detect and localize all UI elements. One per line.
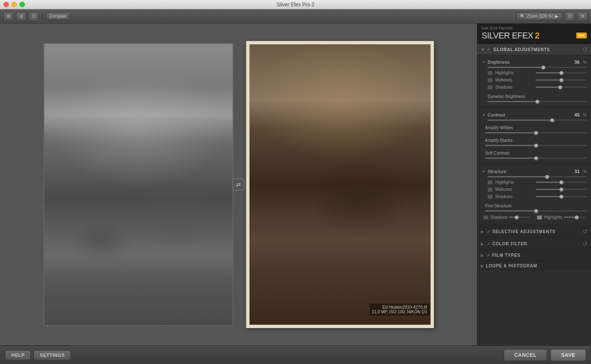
view-dual-btn[interactable]: ⊡ [29, 12, 39, 21]
toolbar: ⊞ ⊟ ⊡ Compare 🔍 Zoom (100 %) ▶ ⊡ ⚙ [0, 9, 591, 24]
contrast-header[interactable]: ▼ Contrast 45 % [482, 111, 587, 118]
soft-contrast-row: Soft Contrast [482, 147, 587, 160]
zoom-control[interactable]: 🔍 Zoom (100 %) ▶ [516, 12, 562, 20]
selective-adjustments-section[interactable]: ▶ ✓ SELECTIVE ADJUSTMENTS ↺ [477, 225, 591, 237]
soft-contrast-slider[interactable] [485, 158, 587, 159]
structure-main-slider-row [482, 175, 587, 179]
film-types-section[interactable]: ▶ ✓ FILM TYPES [477, 250, 591, 261]
product-version: 2 [535, 31, 539, 40]
brightness-header[interactable]: ▼ Brightness 36 % [482, 58, 587, 65]
highlights-slider[interactable] [536, 72, 587, 73]
highlights-slider-row: Highlights [482, 69, 587, 76]
bw-image [43, 43, 233, 326]
title-bar: Silver Efex Pro 2 [0, 0, 591, 9]
save-button[interactable]: SAVE [550, 349, 586, 361]
view-split-btn[interactable]: ⊟ [16, 12, 26, 21]
structure-unit: % [583, 169, 587, 174]
amplify-blacks-row: Amplify Blacks [482, 135, 587, 147]
sh-labels-row: Shadows Highlights [482, 213, 587, 220]
structure-shadows-label: Shadows [495, 194, 533, 199]
bw-image-panel [43, 43, 233, 326]
selective-reset-icon[interactable]: ↺ [583, 228, 588, 235]
brightness-main-slider-row [482, 65, 587, 69]
shadows-slider[interactable] [536, 87, 587, 88]
color-filter-reset-icon[interactable]: ↺ [583, 240, 588, 247]
contrast-main-slider-row [482, 118, 587, 122]
structure-slider-track[interactable] [488, 176, 587, 177]
film-types-title: FILM TYPES [492, 253, 588, 258]
structure-midtones-slider[interactable] [536, 189, 587, 190]
structure-chevron: ▼ [482, 169, 486, 174]
structure-highlights-label: Highlights [495, 180, 533, 185]
window-controls [3, 2, 25, 7]
shadows-dual-label: Shadows [490, 215, 507, 220]
settings-button[interactable]: SETTINGS [33, 350, 71, 360]
amplify-blacks-label: Amplify Blacks [482, 138, 512, 143]
zoom-arrow: ▶ [555, 14, 558, 19]
loupe-arrow: ▶ [481, 263, 484, 268]
structure-highlights-slider[interactable] [536, 182, 587, 183]
global-adjustments-header[interactable]: ▼ ✓ GLOBAL ADJUSTMENTS ↺ [477, 43, 591, 55]
contrast-title: Contrast [488, 112, 573, 117]
soft-contrast-label: Soft Contrast [482, 151, 510, 155]
loupe-histogram-section[interactable]: ▶ LOUPE & HISTOGRAM [477, 261, 591, 271]
amplify-whites-label: Amplify Whites [482, 125, 513, 130]
sepia-landscape-visual [249, 44, 431, 325]
brightness-unit: % [583, 60, 587, 65]
amplify-whites-slider[interactable] [485, 132, 587, 133]
zoom-icon: 🔍 [520, 14, 525, 19]
structure-midtones-icon [488, 187, 493, 192]
fine-structure-slider[interactable] [485, 210, 587, 212]
shadows-icon [488, 85, 493, 90]
close-button[interactable] [3, 2, 9, 7]
amplify-blacks-slider[interactable] [485, 145, 587, 146]
shadows-color-box [483, 215, 488, 220]
color-filter-title: COLOR FILTER [492, 242, 581, 246]
dynamic-brightness-slider[interactable] [488, 101, 587, 102]
view-single-btn[interactable]: ⊞ [3, 12, 14, 21]
cancel-button[interactable]: CANCEL [504, 349, 547, 361]
contrast-value: 45 [575, 112, 580, 117]
highlights-icon [488, 71, 493, 75]
main-content: ⇄ Ed Heaton2010-4276.tif 11.0 MP, ISO 10… [0, 24, 591, 345]
midtones-icon [488, 78, 493, 82]
highlights-dual-label: Highlights [544, 215, 562, 220]
swap-button[interactable]: ⇄ [233, 179, 244, 190]
structure-shadows-slider[interactable] [536, 196, 587, 197]
bw-landscape-visual [44, 44, 233, 325]
brightness-section: ▼ Brightness 36 % Highlights [477, 55, 591, 106]
bottom-right-buttons: CANCEL SAVE [504, 349, 586, 361]
selective-check: ✓ [487, 229, 491, 234]
structure-value: 31 [575, 169, 580, 174]
minimize-button[interactable] [11, 2, 17, 7]
loupe-histogram-title: LOUPE & HISTOGRAM [486, 263, 588, 268]
contrast-unit: % [583, 113, 587, 117]
shadows-dual-slider[interactable] [509, 217, 530, 218]
settings-icon-btn[interactable]: ⚙ [577, 12, 588, 21]
structure-highlights-row: Highlights [482, 179, 587, 186]
midtones-slider[interactable] [536, 79, 587, 81]
highlights-dual-slider[interactable] [564, 217, 585, 218]
fine-structure-label: Fine Structure [482, 204, 512, 208]
brightness-slider-track[interactable] [488, 67, 587, 68]
compare-button[interactable]: Compare [46, 12, 70, 20]
global-reset-icon[interactable]: ↺ [583, 46, 588, 53]
amplify-whites-row: Amplify Whites [482, 122, 587, 135]
brightness-chevron: ▼ [482, 60, 486, 65]
structure-title: Structure [488, 169, 573, 174]
fullscreen-btn[interactable]: ⊡ [565, 12, 575, 21]
contrast-section: ▼ Contrast 45 % Amplify Whites [477, 108, 591, 163]
sepia-image-panel: Ed Heaton2010-4276.tif 11.0 MP, ISO 100,… [246, 41, 434, 328]
contrast-slider-track[interactable] [488, 120, 587, 121]
fine-structure-row: Fine Structure [482, 200, 587, 213]
color-filter-section[interactable]: ▶ ✓ COLOR FILTER ↺ [477, 237, 591, 250]
canvas-area: ⇄ Ed Heaton2010-4276.tif 11.0 MP, ISO 10… [0, 24, 477, 345]
maximize-button[interactable] [19, 2, 25, 7]
structure-header[interactable]: ▼ Structure 31 % [482, 167, 587, 175]
help-button[interactable]: HELP [5, 350, 31, 360]
dynamic-brightness-row: Dynamic Brightness [482, 91, 587, 103]
film-types-arrow: ▶ [481, 253, 484, 258]
structure-shadows-row: Shadows [482, 193, 587, 200]
window-title: Silver Efex Pro 2 [277, 2, 314, 8]
contrast-chevron: ▼ [482, 113, 486, 117]
